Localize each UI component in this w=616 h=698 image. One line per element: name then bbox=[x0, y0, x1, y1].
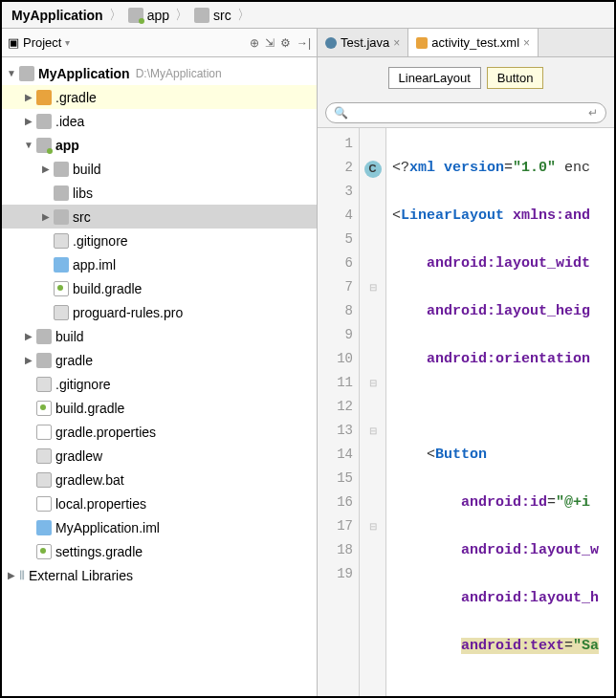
tree-item-buildgradle[interactable]: build.gradle bbox=[2, 396, 317, 420]
tree-root[interactable]: ▼ MyApplication D:\MyApplication bbox=[2, 61, 317, 85]
gear-icon[interactable]: ⚙ bbox=[280, 36, 291, 50]
chevron-right-icon: 〉 bbox=[237, 7, 251, 24]
caret-right-icon[interactable]: ▶ bbox=[40, 211, 52, 222]
tree-item-gitignore[interactable]: .gitignore bbox=[2, 372, 317, 396]
close-icon[interactable]: × bbox=[523, 36, 530, 50]
folder-icon bbox=[54, 162, 69, 177]
properties-icon bbox=[36, 496, 52, 512]
tree-item-gradleprops[interactable]: gradle.properties bbox=[2, 420, 317, 444]
tree-item-gradle[interactable]: ▶ gradle bbox=[2, 348, 317, 372]
gradle-icon bbox=[54, 281, 69, 296]
file-icon bbox=[36, 472, 52, 488]
breadcrumb-app[interactable]: app bbox=[124, 8, 173, 23]
target-icon[interactable]: ⊕ bbox=[250, 36, 259, 50]
module-icon bbox=[36, 138, 52, 153]
breadcrumb-src[interactable]: src bbox=[190, 8, 235, 23]
folder-icon bbox=[36, 353, 52, 368]
properties-icon bbox=[36, 425, 52, 440]
gradle-icon bbox=[36, 401, 52, 416]
java-icon bbox=[325, 37, 337, 49]
caret-down-icon[interactable]: ▼ bbox=[6, 68, 17, 78]
project-icon: ▣ bbox=[8, 35, 19, 50]
caret-down-icon[interactable]: ▼ bbox=[23, 140, 34, 150]
tree-item-app-proguard[interactable]: proguard-rules.pro bbox=[2, 300, 317, 324]
class-badge-icon[interactable]: C bbox=[364, 161, 382, 178]
tree-item-idea[interactable]: ▶ .idea bbox=[2, 109, 317, 133]
code-content[interactable]: <?xml version="1.0" enc <LinearLayout xm… bbox=[386, 128, 614, 696]
library-icon: ⫴ bbox=[19, 567, 25, 583]
sidebar-header: ▣ Project ▾ ⊕ ⇲ ⚙ →| bbox=[2, 29, 317, 57]
editor-pane: Test.java × activity_test.xml × LinearLa… bbox=[318, 29, 614, 696]
fold-icon[interactable]: ⊟ bbox=[360, 419, 385, 443]
search-box[interactable]: 🔍 ↵ bbox=[325, 102, 606, 123]
nav-linearlayout[interactable]: LinearLayout bbox=[388, 67, 481, 89]
chevron-right-icon: 〉 bbox=[109, 7, 122, 24]
marker-gutter: C ⊟ ⊟ ⊟ ⊟ bbox=[360, 128, 386, 696]
line-gutter: 12345678910111213141516171819 bbox=[318, 128, 360, 696]
hide-icon[interactable]: →| bbox=[297, 36, 311, 50]
tree-item-app-iml[interactable]: app.iml bbox=[2, 252, 317, 276]
project-folder-icon bbox=[19, 66, 34, 81]
fold-icon[interactable]: ⊟ bbox=[360, 275, 385, 299]
fold-icon[interactable]: ⊟ bbox=[360, 514, 385, 538]
caret-right-icon[interactable]: ▶ bbox=[23, 331, 34, 341]
project-sidebar: ▣ Project ▾ ⊕ ⇲ ⚙ →| ▼ MyApplication D:\… bbox=[2, 29, 318, 696]
search-input[interactable] bbox=[348, 106, 588, 120]
tree-item-gradlew[interactable]: gradlew bbox=[2, 444, 317, 468]
tree-item-app-src[interactable]: ▶ src bbox=[2, 205, 317, 229]
tree-item-app-buildgradle[interactable]: build.gradle bbox=[2, 276, 317, 300]
code-editor[interactable]: 12345678910111213141516171819 C ⊟ ⊟ ⊟ ⊟ … bbox=[318, 127, 614, 696]
tree-item-settingsgradle[interactable]: settings.gradle bbox=[2, 539, 317, 563]
caret-right-icon[interactable]: ▶ bbox=[23, 116, 34, 126]
tree-item-myappiml[interactable]: MyApplication.iml bbox=[2, 515, 317, 539]
project-tree: ▼ MyApplication D:\MyApplication ▶ .grad… bbox=[2, 57, 317, 696]
tab-activity-xml[interactable]: activity_test.xml × bbox=[408, 29, 539, 56]
caret-right-icon[interactable]: ▶ bbox=[23, 355, 34, 365]
layout-breadcrumb: LinearLayout Button bbox=[318, 57, 614, 98]
gradle-icon bbox=[36, 544, 52, 559]
module-icon bbox=[128, 8, 143, 23]
folder-icon bbox=[36, 114, 52, 129]
file-icon bbox=[36, 377, 52, 392]
search-icon: 🔍 bbox=[334, 106, 348, 120]
collapse-icon[interactable]: ⇲ bbox=[265, 36, 275, 50]
chevron-right-icon: 〉 bbox=[175, 7, 188, 24]
tree-item-extlibs[interactable]: ▶ ⫴ External Libraries bbox=[2, 563, 317, 587]
dropdown-icon[interactable]: ▾ bbox=[65, 37, 70, 48]
enter-icon[interactable]: ↵ bbox=[588, 106, 598, 120]
xml-icon bbox=[416, 37, 428, 49]
tree-item-app[interactable]: ▼ app bbox=[2, 133, 317, 157]
file-icon bbox=[36, 448, 52, 464]
folder-icon bbox=[194, 8, 209, 23]
tree-item-gradlewbat[interactable]: gradlew.bat bbox=[2, 468, 317, 491]
fold-icon[interactable]: ⊟ bbox=[360, 371, 385, 395]
editor-tabs: Test.java × activity_test.xml × bbox=[318, 29, 614, 57]
iml-icon bbox=[36, 520, 52, 535]
breadcrumb-root[interactable]: MyApplication bbox=[8, 8, 107, 23]
tree-item-app-gitignore[interactable]: .gitignore bbox=[2, 229, 317, 252]
folder-icon bbox=[54, 209, 69, 225]
folder-icon bbox=[36, 90, 52, 105]
tree-item-app-libs[interactable]: libs bbox=[2, 181, 317, 205]
caret-right-icon[interactable]: ▶ bbox=[6, 570, 17, 580]
folder-icon bbox=[36, 329, 52, 344]
folder-icon bbox=[54, 185, 69, 201]
tree-item-app-build[interactable]: ▶ build bbox=[2, 157, 317, 181]
caret-right-icon[interactable]: ▶ bbox=[40, 164, 52, 174]
tree-item-build[interactable]: ▶ build bbox=[2, 324, 317, 348]
file-icon bbox=[54, 305, 69, 320]
nav-button[interactable]: Button bbox=[487, 67, 544, 89]
tree-item-localprops[interactable]: local.properties bbox=[2, 491, 317, 515]
iml-icon bbox=[54, 257, 69, 273]
tree-item-gradle-dir[interactable]: ▶ .gradle bbox=[2, 85, 317, 109]
tab-test-java[interactable]: Test.java × bbox=[318, 29, 408, 56]
breadcrumb: MyApplication 〉 app 〉 src 〉 bbox=[2, 2, 614, 29]
sidebar-title[interactable]: Project bbox=[23, 35, 61, 50]
file-icon bbox=[54, 233, 69, 249]
caret-right-icon[interactable]: ▶ bbox=[23, 92, 34, 102]
close-icon[interactable]: × bbox=[393, 36, 400, 50]
